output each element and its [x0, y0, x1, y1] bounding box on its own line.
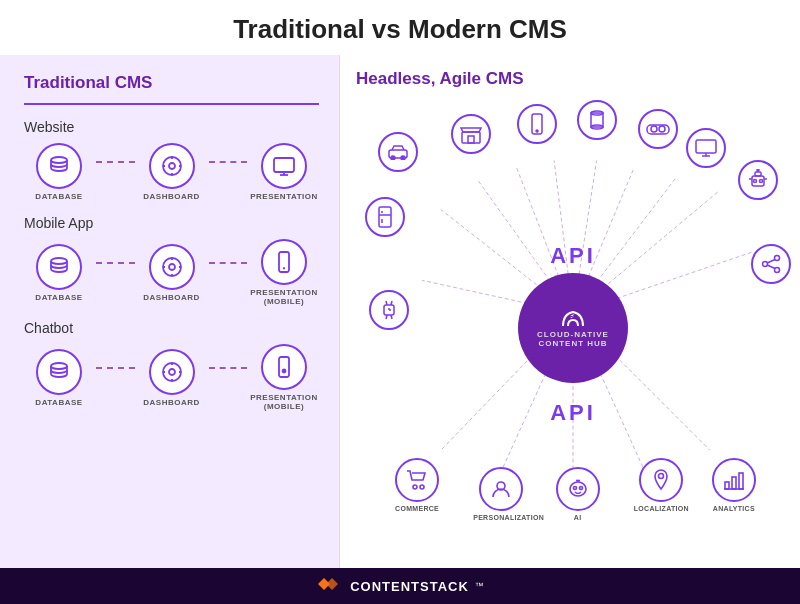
car-icon [378, 132, 418, 172]
svg-rect-80 [725, 482, 729, 489]
phone-top-icon [517, 104, 557, 144]
section-label-website: Website [24, 119, 319, 135]
svg-rect-82 [739, 473, 743, 489]
monitor-icon-1 [261, 143, 307, 189]
svg-point-32 [391, 156, 395, 160]
device-fridge [365, 197, 405, 237]
content-row: Traditional CMS Website DATABAS [0, 55, 800, 568]
central-hub: CLOUD-NATIVE CONTENT HUB [518, 273, 628, 383]
section-website: Website DATABASE [24, 119, 319, 205]
device-car [378, 132, 418, 172]
svg-point-33 [401, 156, 405, 160]
bottom-localization: LOCALIZATION [634, 458, 689, 512]
vr-icon [638, 109, 678, 149]
dashed-line-6 [209, 367, 248, 369]
localization-icon [639, 458, 683, 502]
icon-box-dash3: DASHBOARD [137, 349, 207, 407]
page-title: Traditional vs Modern CMS [0, 14, 800, 45]
monitor-right-icon [686, 128, 726, 168]
dashed-line-2 [209, 161, 248, 163]
dash3-label: DASHBOARD [143, 398, 200, 407]
icon-box-db2: DATABASE [24, 244, 94, 302]
icon-box-pres2: PRESENTATION (MOBILE) [249, 239, 319, 306]
mobile-chat-icon [261, 344, 307, 390]
dashboard-icon-3 [149, 349, 195, 395]
store-icon [451, 114, 491, 154]
dashed-line-4 [209, 262, 248, 264]
logo-icon [316, 574, 344, 599]
fridge-icon [365, 197, 405, 237]
svg-rect-34 [462, 132, 480, 143]
api-bottom-label: API [550, 400, 596, 426]
commerce-icon [395, 458, 439, 502]
icon-box-db3: DATABASE [24, 349, 94, 407]
svg-point-8 [169, 264, 175, 270]
ai-label: AI [574, 514, 582, 521]
personalization-label: PERSONALIZATION [473, 514, 528, 521]
cylinder-icon [577, 100, 617, 140]
footer-tm: ™ [475, 581, 484, 591]
db2-label: DATABASE [35, 293, 82, 302]
svg-point-75 [573, 487, 576, 490]
svg-point-0 [51, 157, 67, 163]
svg-point-1 [163, 157, 181, 175]
hub-diagram: API CLOUD-NATIVE CONTENT HUB API [356, 95, 790, 560]
svg-point-15 [283, 370, 286, 373]
dash1-label: DASHBOARD [143, 192, 200, 201]
db3-label: DATABASE [35, 398, 82, 407]
svg-point-2 [169, 163, 175, 169]
footer: CONTENTSTACK™ [0, 568, 800, 604]
cms-row-chatbot: DATABASE DASHBOARD [24, 344, 319, 411]
svg-point-49 [753, 180, 756, 183]
device-cylinder [577, 100, 617, 140]
dashed-line-3 [96, 262, 135, 264]
device-store [451, 114, 491, 154]
cms-row-website: DATABASE DASHBOARD [24, 143, 319, 201]
database-icon-1 [36, 143, 82, 189]
svg-point-50 [759, 180, 762, 183]
pres2-label: PRESENTATION (MOBILE) [250, 288, 317, 306]
icon-box-pres1: PRESENTATION [249, 143, 319, 201]
icon-box-pres3: PRESENTATION (MOBILE) [249, 344, 319, 411]
bottom-analytics: ANALYTICS [712, 458, 756, 512]
section-label-mobile: Mobile App [24, 215, 319, 231]
svg-point-7 [163, 258, 181, 276]
svg-point-72 [420, 485, 424, 489]
dash2-label: DASHBOARD [143, 293, 200, 302]
svg-line-58 [767, 259, 775, 263]
device-watch [369, 290, 409, 330]
dashboard-icon-1 [149, 143, 195, 189]
mobile-icon-1 [261, 239, 307, 285]
svg-rect-14 [279, 357, 289, 377]
personalization-icon [479, 467, 523, 511]
svg-rect-3 [274, 158, 294, 172]
svg-point-55 [762, 261, 767, 266]
device-social [751, 244, 791, 284]
svg-point-13 [169, 369, 175, 375]
svg-line-65 [386, 301, 387, 305]
svg-rect-48 [755, 172, 761, 176]
svg-point-42 [651, 126, 657, 132]
device-vr [638, 109, 678, 149]
svg-rect-44 [696, 140, 716, 153]
footer-logo: CONTENTSTACK™ [316, 574, 484, 599]
api-top-label: API [550, 243, 596, 269]
svg-point-71 [413, 485, 417, 489]
watch-icon [369, 290, 409, 330]
svg-point-37 [536, 130, 538, 132]
analytics-label: ANALYTICS [713, 505, 755, 512]
svg-point-11 [51, 363, 67, 369]
footer-logo-text: CONTENTSTACK [350, 579, 469, 594]
svg-rect-35 [468, 136, 474, 143]
svg-point-56 [774, 255, 779, 260]
svg-point-12 [163, 363, 181, 381]
ai-icon [556, 467, 600, 511]
dashboard-icon-2 [149, 244, 195, 290]
left-panel-title: Traditional CMS [24, 73, 319, 93]
bottom-ai: AI [556, 467, 600, 521]
section-chatbot: Chatbot DATABASE [24, 320, 319, 415]
svg-point-79 [659, 473, 664, 478]
svg-point-76 [579, 487, 582, 490]
db1-label: DATABASE [35, 192, 82, 201]
dashed-line-5 [96, 367, 135, 369]
